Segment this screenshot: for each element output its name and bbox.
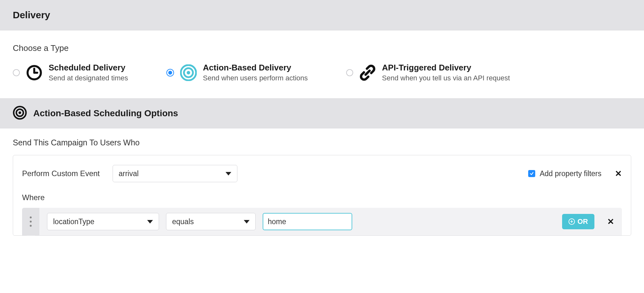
filter-operator-dropdown[interactable]: equals [166, 213, 256, 230]
radio-api[interactable] [346, 69, 353, 76]
type-title-scheduled: Scheduled Delivery [49, 63, 128, 73]
type-title-action: Action-Based Delivery [203, 63, 308, 73]
svg-point-8 [19, 111, 21, 114]
scheduling-options-body: Send This Campaign To Users Who Perform … [0, 128, 644, 236]
property-filters-checkbox[interactable] [528, 170, 535, 177]
caret-down-icon [244, 220, 250, 224]
clock-icon [26, 64, 43, 81]
property-filters-label: Add property filters [540, 169, 601, 178]
type-desc-scheduled: Send at designated times [49, 74, 128, 82]
caret-down-icon [147, 220, 153, 224]
perform-row: Perform Custom Event arrival Add propert… [22, 165, 622, 182]
drag-connector [27, 235, 35, 236]
type-desc-action: Send when users perform actions [203, 74, 308, 82]
drag-dots-icon [30, 216, 32, 227]
scheduling-options-header: Action-Based Scheduling Options [0, 98, 644, 128]
custom-event-value: arrival [119, 169, 139, 178]
filter-field-dropdown[interactable]: locationType [47, 213, 159, 230]
type-option-scheduled[interactable]: Scheduled Delivery Send at designated ti… [13, 63, 128, 82]
type-title-api: API-Triggered Delivery [382, 63, 510, 73]
target-icon [180, 64, 197, 81]
type-desc-api: Send when you tell us via an API request [382, 74, 510, 82]
svg-point-5 [187, 71, 190, 74]
rule-box: Perform Custom Event arrival Add propert… [13, 155, 631, 236]
choose-type-label: Choose a Type [13, 43, 631, 53]
filter-field-value: locationType [53, 217, 94, 226]
radio-dot-icon [168, 71, 172, 75]
custom-event-dropdown[interactable]: arrival [113, 165, 237, 182]
add-or-button[interactable]: + OR [562, 214, 594, 229]
target-icon [13, 106, 27, 121]
radio-action[interactable] [166, 69, 174, 77]
radio-scheduled[interactable] [13, 69, 20, 76]
remove-filter-button[interactable]: ✕ [607, 217, 614, 227]
type-options-row: Scheduled Delivery Send at designated ti… [13, 63, 631, 82]
delivery-title: Delivery [13, 10, 631, 20]
perform-custom-event-label: Perform Custom Event [22, 169, 100, 178]
plus-circle-icon: + [568, 218, 575, 225]
remove-trigger-button[interactable]: ✕ [615, 169, 622, 179]
type-option-api[interactable]: API-Triggered Delivery Send when you tel… [346, 63, 510, 82]
send-campaign-label: Send This Campaign To Users Who [13, 138, 631, 147]
scheduling-options-title: Action-Based Scheduling Options [33, 108, 178, 118]
filter-operator-value: equals [172, 217, 194, 226]
filter-row: locationType equals + OR ✕ [39, 208, 622, 235]
property-filters-toggle: Add property filters ✕ [528, 169, 622, 179]
caret-down-icon [226, 172, 231, 175]
drag-handle[interactable] [22, 208, 39, 235]
filter-row-container: locationType equals + OR ✕ [22, 208, 622, 235]
where-label: Where [22, 193, 622, 202]
link-icon [359, 64, 376, 81]
delivery-header: Delivery [0, 0, 644, 30]
type-option-action[interactable]: Action-Based Delivery Send when users pe… [166, 63, 308, 82]
filter-value-input[interactable] [263, 213, 352, 230]
choose-type-panel: Choose a Type Scheduled Delivery Send at… [0, 30, 644, 98]
or-label: OR [577, 217, 588, 226]
